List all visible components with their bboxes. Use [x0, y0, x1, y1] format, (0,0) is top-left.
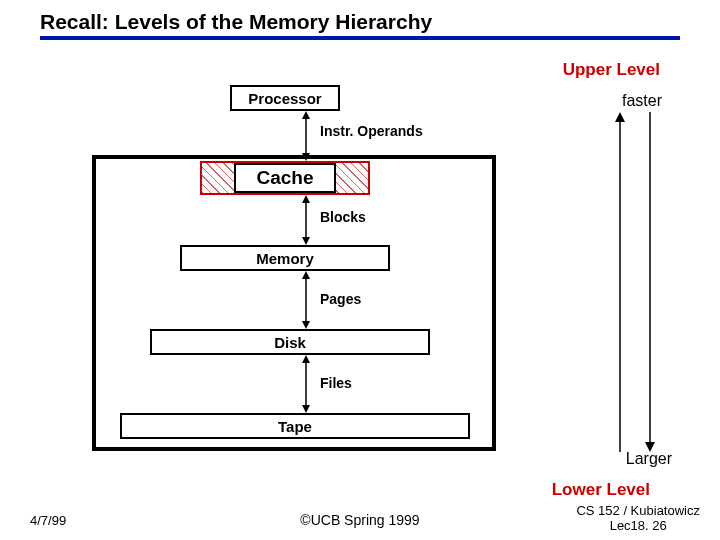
arrow-disk-tape-icon	[300, 355, 312, 413]
svg-marker-15	[302, 405, 310, 413]
disk-box: Disk	[150, 329, 430, 355]
svg-marker-6	[302, 153, 310, 161]
svg-marker-5	[302, 111, 310, 119]
upper-level-label: Upper Level	[563, 60, 660, 80]
title-underline	[40, 36, 680, 40]
memory-label: Memory	[256, 250, 314, 267]
arrow-memory-disk-icon	[300, 271, 312, 329]
larger-label: Larger	[626, 450, 672, 468]
slide-title: Recall: Levels of the Memory Hierarchy	[40, 10, 680, 36]
course-footer: CS 152 / Kubiatowicz Lec18. 26	[576, 503, 700, 534]
lower-level-label: Lower Level	[552, 480, 650, 500]
memory-box: Memory	[180, 245, 390, 271]
svg-marker-14	[302, 355, 310, 363]
date-footer: 4/7/99	[30, 513, 66, 528]
slide: Recall: Levels of the Memory Hierarchy U…	[0, 0, 720, 540]
instr-operands-label: Instr. Operands	[320, 123, 423, 139]
grouping-box	[92, 155, 496, 451]
tape-label: Tape	[278, 418, 312, 435]
svg-marker-9	[302, 237, 310, 245]
larger-arrow-icon	[644, 112, 656, 452]
faster-label: faster	[622, 92, 662, 110]
svg-marker-1	[615, 112, 625, 122]
title-area: Recall: Levels of the Memory Hierarchy	[40, 10, 680, 40]
tape-box: Tape	[120, 413, 470, 439]
course-line1: CS 152 / Kubiatowicz	[576, 503, 700, 518]
processor-label: Processor	[248, 90, 321, 107]
copyright-footer: ©UCB Spring 1999	[300, 512, 419, 528]
svg-marker-11	[302, 271, 310, 279]
disk-label: Disk	[274, 334, 306, 351]
faster-arrow-icon	[614, 112, 626, 452]
processor-box: Processor	[230, 85, 340, 111]
pages-label: Pages	[320, 291, 361, 307]
arrow-processor-cache-icon	[300, 111, 312, 161]
course-line2: Lec18. 26	[610, 518, 667, 533]
hierarchy-diagram: Processor Instr. Operands Cache Blocks M…	[100, 85, 500, 480]
arrow-cache-memory-icon	[300, 195, 312, 245]
svg-marker-12	[302, 321, 310, 329]
files-label: Files	[320, 375, 352, 391]
cache-label: Cache	[234, 163, 335, 193]
cache-box: Cache	[200, 161, 370, 195]
blocks-label: Blocks	[320, 209, 366, 225]
svg-marker-8	[302, 195, 310, 203]
